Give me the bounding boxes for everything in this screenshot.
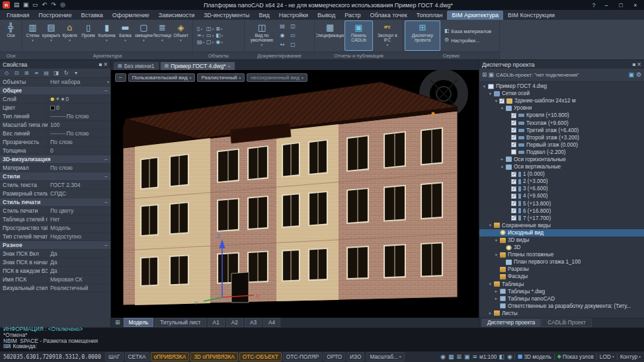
ribbon-button[interactable]: ◫Вид по умолчанию▾ xyxy=(246,20,278,51)
layout-tab[interactable]: А4 xyxy=(263,318,280,327)
refresh-icon[interactable]: ↻ xyxy=(62,69,70,77)
ribbon-button[interactable]: ▦Спецификации xyxy=(316,20,344,51)
annotation-scale[interactable]: м1:100 xyxy=(479,353,497,360)
panel-bottom-tab[interactable]: Диспетчер проекта xyxy=(481,318,541,327)
expander-icon[interactable]: ▾ xyxy=(499,164,505,170)
ribbon-button[interactable]: ⊞Диспетчер проекта xyxy=(405,20,440,51)
ribbon-small-button[interactable]: ▢▾ xyxy=(206,40,214,45)
panels-icon[interactable]: ◨ xyxy=(52,69,60,77)
ribbon-button[interactable]: ▢Помещение▾ xyxy=(135,20,153,51)
scale-menu[interactable]: Масштаб... ▾ xyxy=(366,352,404,361)
ribbon-button[interactable]: ≣Лестница▾ xyxy=(153,20,171,51)
elevation-view-icon[interactable]: ◫ xyxy=(289,22,297,30)
ribbon-tab[interactable]: Главная xyxy=(2,11,34,20)
status-item[interactable]: ■3D модель xyxy=(518,353,551,360)
drawing-canvas[interactable]: −Пользовательский вид▾Реалистичный▾несох… xyxy=(111,70,479,318)
ribbon-tab[interactable]: Построение xyxy=(34,11,76,20)
ribbon-tab[interactable]: Облака точек xyxy=(366,11,412,20)
tree-item[interactable]: 7 (+17.700) xyxy=(479,215,644,222)
close-icon[interactable]: × xyxy=(103,62,108,67)
expander-icon[interactable]: ▾ xyxy=(493,252,499,258)
ribbon-small-button[interactable]: ≡▾ xyxy=(197,33,204,38)
tree-item[interactable]: Фасады xyxy=(479,273,644,280)
ribbon-tab[interactable]: Настройки xyxy=(274,11,313,20)
ribbon-tab[interactable]: Зависимости xyxy=(154,11,200,20)
expander-icon[interactable]: ▾ xyxy=(481,84,487,89)
property-value[interactable]: Да xyxy=(48,258,110,266)
ribbon-small-button[interactable]: ▤▾ xyxy=(197,40,204,45)
property-value[interactable]: ГОСТ 2.304 xyxy=(48,181,110,189)
visibility-checkbox[interactable] xyxy=(511,172,516,177)
ribbon-tab[interactable]: Вывод xyxy=(313,11,340,20)
expander-icon[interactable]: ▾ xyxy=(499,106,505,111)
ribbon-small-button[interactable]: ▭▾ xyxy=(206,33,214,38)
ribbon-button[interactable]: ⌂Кровля▾ xyxy=(61,20,79,51)
sheet-icon[interactable]: ▢ xyxy=(289,41,297,49)
close-tab-icon[interactable]: × xyxy=(228,64,231,69)
collapse-icon[interactable]: − xyxy=(104,156,108,163)
visibility-checkbox[interactable] xyxy=(511,120,516,126)
ribbon-tab[interactable]: 3D-инструменты xyxy=(199,11,254,20)
maximize-button[interactable]: □ xyxy=(615,1,627,9)
tree-item[interactable]: Первый этаж (0.000) xyxy=(479,141,644,149)
property-value[interactable]: 100 xyxy=(48,121,110,129)
property-value[interactable]: Мировая СК xyxy=(48,275,110,283)
label-icon[interactable]: ▭ xyxy=(289,32,297,40)
property-value[interactable]: Недоступно xyxy=(48,233,110,240)
expander-icon[interactable]: ▾ xyxy=(487,223,493,228)
visibility-checkbox[interactable] xyxy=(511,208,516,213)
status-item[interactable]: ◆Показ узлов xyxy=(557,353,594,360)
ribbon-button[interactable]: IFCЭкспорт в IFC▾ xyxy=(374,20,401,51)
tree-item[interactable]: ▾3D виды xyxy=(479,236,644,244)
minimize-button[interactable]: – xyxy=(600,1,612,9)
dyn-ucs-icon[interactable]: ⊞ xyxy=(456,354,462,360)
expander-icon[interactable]: ▾ xyxy=(487,91,493,96)
tree-item[interactable]: Разрезы xyxy=(479,266,644,273)
collapse-icon[interactable]: − xyxy=(104,173,108,180)
help-icon[interactable]: ? xyxy=(590,1,598,9)
command-prompt-row[interactable]: ⌨ Команда: xyxy=(3,344,641,349)
dropdown-arrow-icon[interactable]: ▾ xyxy=(72,69,80,77)
quick-select-icon[interactable]: ⊡ xyxy=(13,69,20,77)
close-button[interactable]: × xyxy=(629,1,641,9)
link-icon[interactable]: ⊞ xyxy=(482,72,487,78)
undo-icon[interactable]: ↶ xyxy=(40,1,48,9)
tree-item[interactable]: 3 (+6.600) xyxy=(479,185,644,192)
tree-item[interactable]: ▾Таблицы xyxy=(479,281,644,288)
tree-item[interactable]: ▾Сохраненные виды xyxy=(479,222,644,229)
tree-item[interactable]: ▾Здание-шаблон 24х12 м xyxy=(479,97,644,104)
tree-item[interactable]: ▾Планы поэтажные xyxy=(479,251,644,258)
named-view-menu[interactable]: несохраненный вид▾ xyxy=(247,73,307,82)
save-icon[interactable]: ▣ xyxy=(22,1,30,9)
ribbon-button[interactable]: ⚙Настройки... xyxy=(442,37,493,44)
ribbon-button[interactable]: ▤Перекрытия▾ xyxy=(42,20,60,51)
pin-icon[interactable]: ▪ xyxy=(632,62,635,67)
ribbon-button[interactable]: ◧База материалов xyxy=(442,28,493,35)
tree-item[interactable]: ▾Сетки осей xyxy=(479,90,644,97)
ribbon-button[interactable]: ▮Колонна▾ xyxy=(98,20,116,51)
ribbon-tab[interactable]: Топоплан xyxy=(412,11,448,20)
property-value[interactable]: ●☀▪0 xyxy=(48,95,110,103)
tree-item[interactable]: ▾Пример ГОСТ 4.dwg xyxy=(479,83,644,90)
copy-properties-icon[interactable]: ▤ xyxy=(42,69,50,77)
property-value[interactable]: ———По слою xyxy=(48,112,110,120)
properties-section-header[interactable]: Общие− xyxy=(0,87,110,95)
visibility-checkbox[interactable] xyxy=(511,201,516,206)
layout-tab[interactable]: Модель xyxy=(124,318,154,327)
property-value[interactable]: По слою xyxy=(48,138,110,146)
ribbon-tab[interactable]: BIM Конструкции xyxy=(503,11,559,20)
properties-section-header[interactable]: Стили− xyxy=(0,172,110,181)
status-toggle[interactable]: оПРИВЯЗКА xyxy=(151,352,190,361)
visibility-checkbox[interactable] xyxy=(511,135,516,140)
search-icon[interactable]: ◎ xyxy=(59,1,67,9)
viewport-toggle[interactable]: − xyxy=(115,73,126,82)
visibility-checkbox[interactable] xyxy=(511,186,516,192)
cadlib-monitor-icon[interactable]: ▣ xyxy=(628,72,634,78)
status-toggle[interactable]: ОТС-ПОЛЯР xyxy=(283,352,323,361)
expander-icon[interactable]: ▸ xyxy=(493,296,499,301)
app-logo-icon[interactable]: n xyxy=(3,1,10,9)
tree-item[interactable]: 6 (+16.800) xyxy=(479,207,644,215)
grid-display-icon[interactable]: ▦ xyxy=(448,354,454,360)
tree-item[interactable]: Исходный вид xyxy=(479,229,644,236)
ribbon-small-button[interactable]: ▯▾ xyxy=(197,26,204,32)
